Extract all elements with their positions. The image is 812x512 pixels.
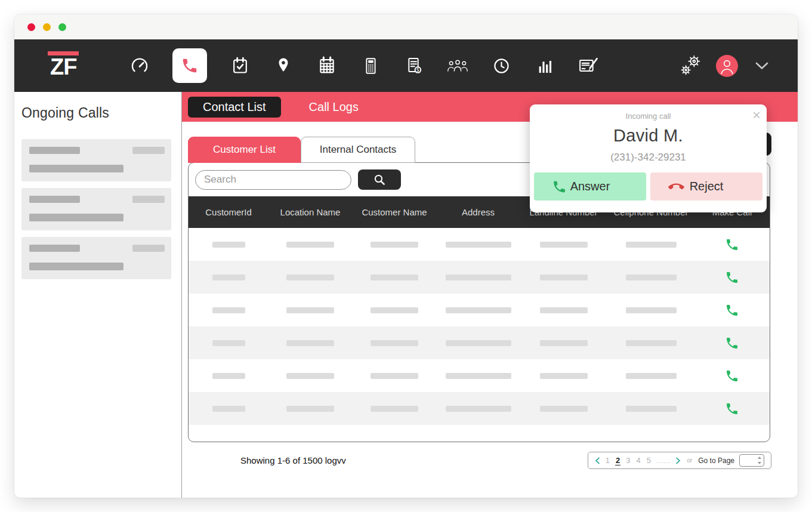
tab-customer-list[interactable]: Customer List (188, 137, 301, 163)
goto-page-input[interactable] (739, 454, 764, 467)
table-row (189, 294, 770, 326)
table-row (189, 228, 770, 261)
placeholder-bar (29, 245, 80, 252)
reject-button[interactable]: Reject (650, 172, 762, 201)
make-call-button[interactable] (694, 294, 770, 326)
cell-placeholder (189, 373, 268, 379)
phone-icon (725, 369, 739, 383)
invoice-icon[interactable]: $ (403, 55, 425, 76)
page-number-3[interactable]: 3 (625, 456, 631, 465)
cell-placeholder (520, 373, 607, 379)
phone-icon (725, 303, 739, 317)
table-footer-space (189, 425, 770, 442)
close-icon[interactable]: × (752, 107, 761, 124)
cell-placeholder (189, 274, 268, 280)
nav-icon-bar: $ (129, 48, 599, 83)
placeholder-bar (132, 196, 165, 203)
cell-placeholder (268, 242, 352, 248)
cell-placeholder (607, 307, 694, 313)
chevron-left-icon[interactable] (595, 457, 600, 464)
ongoing-call-card[interactable] (21, 139, 171, 181)
titlebar (14, 14, 798, 39)
make-call-button[interactable] (694, 359, 770, 392)
ongoing-call-card[interactable] (21, 237, 171, 279)
cell-placeholder (607, 406, 694, 412)
cell-placeholder (520, 274, 607, 280)
caller-number: (231)-342-29231 (530, 152, 767, 164)
cell-placeholder (437, 307, 520, 313)
cell-placeholder (352, 373, 437, 379)
team-icon[interactable] (447, 55, 468, 76)
page-number-4[interactable]: 4 (636, 456, 641, 465)
table-row (189, 359, 770, 392)
make-call-button[interactable] (694, 228, 770, 261)
cell-placeholder (268, 340, 352, 346)
gauge-icon[interactable] (129, 55, 150, 76)
table-row (189, 392, 770, 425)
location-pin-icon[interactable] (273, 55, 294, 76)
or-label: or (687, 457, 692, 464)
page-number-2[interactable]: 2 (615, 456, 620, 465)
calendar-icon[interactable] (316, 55, 338, 76)
cell-placeholder (268, 274, 352, 280)
cell-placeholder (189, 307, 268, 313)
page-number-5[interactable]: 5 (646, 456, 652, 465)
make-call-button[interactable] (694, 261, 770, 294)
cell-placeholder (189, 242, 268, 248)
traffic-light-zoom[interactable] (58, 23, 66, 31)
phone-icon (725, 402, 739, 416)
column-header-customer-name: Customer Name (352, 207, 437, 217)
cell-placeholder (437, 274, 520, 280)
clock-icon[interactable] (490, 55, 512, 76)
pagination-ellipsis: ...... (656, 457, 671, 464)
cell-placeholder (607, 373, 694, 379)
answer-label: Answer (570, 180, 610, 193)
tab-contact-list[interactable]: Contact List (188, 97, 281, 118)
chevron-down-icon[interactable] (751, 55, 773, 76)
spinner-icon[interactable] (758, 455, 761, 465)
cell-placeholder (352, 274, 437, 280)
magnifier-icon (373, 173, 386, 186)
chevron-right-icon[interactable] (675, 457, 681, 464)
goto-page-label: Go to Page (698, 457, 734, 465)
sidebar-title: Ongoing Calls (21, 105, 174, 121)
table-row (189, 261, 770, 294)
tab-call-logs[interactable]: Call Logs (294, 97, 373, 118)
tab-internal-contacts[interactable]: Internal Contacts (301, 137, 415, 163)
settings-gears-icon[interactable] (678, 53, 703, 78)
cell-placeholder (352, 307, 437, 313)
bar-chart-icon[interactable] (534, 55, 555, 76)
phone-icon[interactable] (172, 48, 207, 83)
make-call-button[interactable] (694, 392, 770, 425)
incoming-call-label: Incoming call (530, 104, 767, 121)
ongoing-call-card[interactable] (21, 188, 171, 230)
cell-placeholder (437, 242, 520, 248)
calculator-icon[interactable] (360, 55, 381, 76)
traffic-light-minimize[interactable] (43, 23, 51, 31)
phone-icon (725, 336, 739, 350)
cell-placeholder (437, 340, 520, 346)
nav-right-cluster (678, 53, 773, 78)
ongoing-calls-sidebar: Ongoing Calls (14, 92, 182, 498)
reject-phone-icon (668, 178, 684, 195)
main-navbar: ZF (14, 39, 798, 92)
answer-button[interactable]: Answer (534, 172, 646, 201)
search-input[interactable] (195, 170, 351, 190)
traffic-light-close[interactable] (27, 23, 35, 31)
ongoing-calls-list (21, 139, 174, 279)
calendar-check-icon[interactable] (229, 55, 251, 76)
cell-placeholder (268, 406, 352, 412)
placeholder-bar (29, 147, 80, 154)
user-avatar[interactable] (716, 55, 738, 77)
page-number-1[interactable]: 1 (605, 456, 610, 465)
cell-placeholder (352, 406, 437, 412)
cell-placeholder (520, 340, 607, 346)
app-logo: ZF (48, 51, 79, 81)
make-call-button[interactable] (694, 326, 770, 359)
search-button[interactable] (358, 169, 401, 190)
contract-edit-icon[interactable] (578, 55, 599, 76)
svg-text:$: $ (416, 67, 419, 73)
cell-placeholder (437, 373, 520, 379)
app-window: ZF (14, 14, 798, 498)
pagination: 12345......orGo to Page (588, 452, 771, 469)
